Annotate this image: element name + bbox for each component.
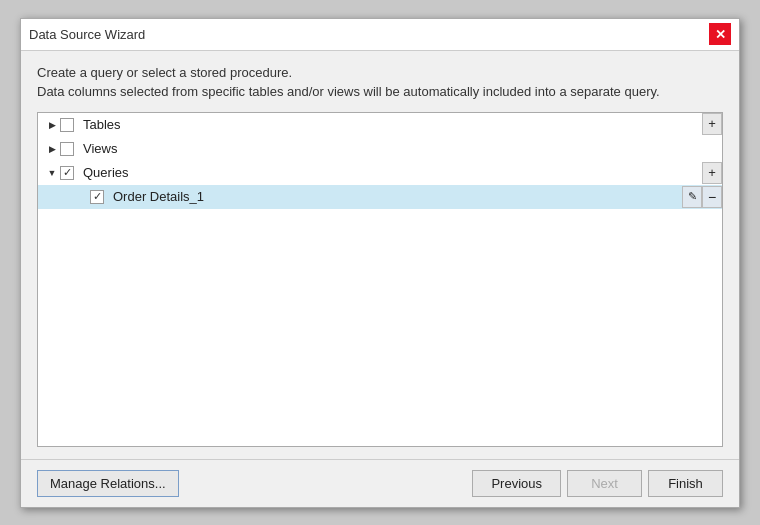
tables-label: Tables [79,117,722,132]
order-details-edit-button[interactable]: ✎ [682,186,702,208]
queries-add-button[interactable]: + [702,162,722,184]
description: Create a query or select a stored proced… [37,63,723,102]
add-button[interactable]: + [702,113,722,135]
minus-icon: − [708,189,716,205]
tree-item-tables[interactable]: Tables + [38,113,722,137]
title-bar: Data Source Wizard ✕ [21,19,739,51]
queries-label: Queries [79,165,702,180]
tree-item-order-details[interactable]: Order Details_1 ✎ − [38,185,722,209]
description-line1: Create a query or select a stored proced… [37,63,723,83]
footer-left: Manage Relations... [37,470,179,497]
edit-icon: ✎ [688,190,697,203]
manage-relations-button[interactable]: Manage Relations... [37,470,179,497]
order-details-remove-button[interactable]: − [702,186,722,208]
content-area: Create a query or select a stored proced… [21,51,739,459]
queries-checkbox[interactable] [60,166,74,180]
tree-area: Tables + Views Queries + Order Details_1 [37,112,723,447]
tree-item-queries[interactable]: Queries + [38,161,722,185]
order-details-label: Order Details_1 [109,189,682,204]
dialog-title: Data Source Wizard [29,27,145,42]
tables-expand-arrow[interactable] [44,117,60,133]
queries-expand-arrow[interactable] [44,165,60,181]
description-line2: Data columns selected from specific tabl… [37,82,723,102]
order-details-checkbox[interactable] [90,190,104,204]
footer-right: Previous Next Finish [472,470,723,497]
tree-item-views[interactable]: Views [38,137,722,161]
tables-checkbox[interactable] [60,118,74,132]
views-checkbox[interactable] [60,142,74,156]
dialog-window: Data Source Wizard ✕ Create a query or s… [20,18,740,508]
close-button[interactable]: ✕ [709,23,731,45]
views-label: Views [79,141,722,156]
views-expand-arrow[interactable] [44,141,60,157]
finish-button[interactable]: Finish [648,470,723,497]
previous-button[interactable]: Previous [472,470,561,497]
next-button[interactable]: Next [567,470,642,497]
footer: Manage Relations... Previous Next Finish [21,459,739,507]
